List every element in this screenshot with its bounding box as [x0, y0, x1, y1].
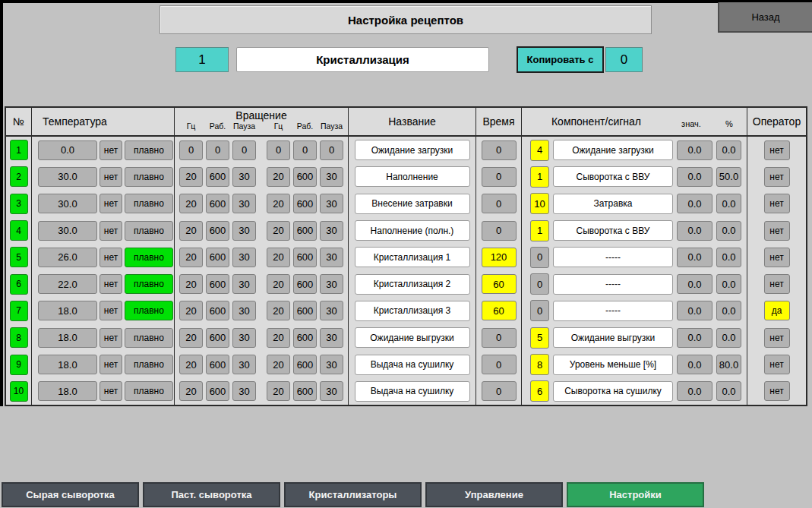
rotation-value[interactable]: 0	[267, 140, 290, 160]
component-percent[interactable]: 50.0	[716, 167, 741, 187]
component-name-field[interactable]: -----	[553, 247, 673, 267]
rotation-value[interactable]: 20	[267, 248, 290, 267]
operator-toggle[interactable]: нет	[764, 355, 790, 374]
rotation-value[interactable]: 600	[293, 301, 317, 320]
rotation-value[interactable]: 30	[320, 381, 343, 401]
step-name-field[interactable]: Выдача на сушилку	[355, 381, 470, 402]
time-value[interactable]: 0	[482, 221, 517, 241]
step-name-field[interactable]: Наполнение (полн.)	[355, 220, 470, 241]
temperature-smooth-toggle[interactable]: плавно	[125, 248, 173, 267]
rotation-value[interactable]: 600	[293, 274, 317, 294]
rotation-value[interactable]: 30	[320, 221, 343, 241]
component-number[interactable]: 5	[530, 327, 549, 349]
rotation-value[interactable]: 600	[206, 248, 229, 267]
rotation-value[interactable]: 20	[179, 381, 203, 401]
operator-toggle[interactable]: нет	[764, 274, 790, 294]
temperature-smooth-toggle[interactable]: плавно	[125, 167, 173, 187]
component-number[interactable]: 4	[530, 140, 549, 161]
component-value[interactable]: 0.0	[677, 221, 712, 241]
temperature-no-toggle[interactable]: нет	[100, 221, 122, 241]
step-name-field[interactable]: Кристаллизация 1	[355, 247, 470, 267]
temperature-value[interactable]: 30.0	[38, 167, 97, 187]
nav-button-5[interactable]: Настройки	[567, 482, 704, 507]
temperature-no-toggle[interactable]: нет	[100, 355, 122, 374]
operator-toggle[interactable]: нет	[764, 248, 790, 267]
rotation-value[interactable]: 30	[232, 221, 256, 241]
rotation-value[interactable]: 20	[267, 194, 290, 213]
nav-button-3[interactable]: Кристаллизаторы	[284, 482, 422, 507]
component-number[interactable]: 6	[530, 380, 549, 402]
nav-button-4[interactable]: Управление	[425, 482, 563, 507]
component-name-field[interactable]: Сыворотка с ВВУ	[553, 166, 673, 187]
rotation-value[interactable]: 30	[320, 301, 343, 320]
rotation-value[interactable]: 600	[293, 355, 317, 374]
component-percent[interactable]: 0.0	[716, 194, 741, 213]
component-number[interactable]: 1	[530, 166, 549, 188]
rotation-value[interactable]: 0	[179, 140, 203, 160]
rotation-value[interactable]: 600	[293, 194, 317, 213]
component-value[interactable]: 0.0	[677, 274, 712, 294]
component-percent[interactable]: 0.0	[716, 274, 741, 294]
rotation-value[interactable]: 600	[293, 221, 317, 241]
rotation-value[interactable]: 30	[320, 274, 343, 294]
component-name-field[interactable]: Уровень меньше [%]	[553, 355, 673, 375]
temperature-value[interactable]: 18.0	[38, 301, 97, 320]
time-value[interactable]: 0	[482, 355, 517, 374]
rotation-value[interactable]: 0	[320, 140, 343, 160]
temperature-no-toggle[interactable]: нет	[100, 301, 122, 320]
rotation-value[interactable]: 30	[320, 355, 343, 374]
component-percent[interactable]: 0.0	[716, 328, 741, 348]
rotation-value[interactable]: 30	[232, 381, 256, 401]
time-value[interactable]: 60	[482, 301, 517, 320]
temperature-no-toggle[interactable]: нет	[100, 167, 122, 187]
rotation-value[interactable]: 600	[206, 194, 229, 213]
temperature-no-toggle[interactable]: нет	[100, 381, 122, 401]
rotation-value[interactable]: 0	[293, 140, 317, 160]
temperature-no-toggle[interactable]: нет	[100, 274, 122, 294]
rotation-value[interactable]: 30	[232, 355, 256, 374]
step-name-field[interactable]: Кристаллизация 3	[355, 301, 470, 321]
copy-from-button[interactable]: Копировать с	[517, 46, 604, 73]
temperature-value[interactable]: 18.0	[38, 355, 97, 374]
component-number[interactable]: 10	[530, 193, 549, 214]
step-name-field[interactable]: Наполнение	[355, 166, 470, 187]
step-name-field[interactable]: Ожидание загрузки	[355, 140, 470, 160]
rotation-value[interactable]: 20	[179, 167, 203, 187]
rotation-value[interactable]: 0	[232, 140, 256, 160]
rotation-value[interactable]: 30	[320, 194, 343, 213]
operator-toggle[interactable]: нет	[764, 140, 790, 160]
copy-source-field[interactable]: 0	[605, 47, 643, 72]
component-percent[interactable]: 0.0	[716, 248, 741, 267]
rotation-value[interactable]: 30	[232, 194, 256, 213]
operator-toggle[interactable]: нет	[764, 221, 790, 241]
component-name-field[interactable]: -----	[553, 301, 673, 321]
component-name-field[interactable]: Ожидание выгрузки	[553, 327, 673, 348]
component-name-field[interactable]: -----	[553, 274, 673, 295]
rotation-value[interactable]: 600	[293, 167, 317, 187]
temperature-no-toggle[interactable]: нет	[100, 248, 122, 267]
temperature-value[interactable]: 0.0	[38, 140, 97, 160]
rotation-value[interactable]: 20	[179, 328, 203, 348]
component-percent[interactable]: 80.0	[716, 355, 741, 374]
rotation-value[interactable]: 30	[320, 328, 343, 348]
temperature-value[interactable]: 18.0	[38, 328, 97, 348]
component-name-field[interactable]: Ожидание загрузки	[553, 140, 673, 160]
rotation-value[interactable]: 600	[293, 381, 317, 401]
rotation-value[interactable]: 600	[206, 381, 229, 401]
rotation-value[interactable]: 30	[232, 328, 256, 348]
rotation-value[interactable]: 20	[179, 274, 203, 294]
component-value[interactable]: 0.0	[677, 328, 712, 348]
component-percent[interactable]: 0.0	[716, 140, 741, 160]
recipe-name-field[interactable]: Кристаллизация	[236, 47, 489, 72]
step-name-field[interactable]: Выдача на сушилку	[355, 355, 470, 375]
component-number[interactable]: 0	[530, 273, 549, 295]
rotation-value[interactable]: 30	[232, 167, 256, 187]
rotation-value[interactable]: 600	[206, 167, 229, 187]
rotation-value[interactable]: 20	[179, 221, 203, 241]
operator-toggle[interactable]: нет	[764, 194, 790, 213]
time-value[interactable]: 0	[482, 381, 517, 401]
rotation-value[interactable]: 20	[267, 328, 290, 348]
back-button[interactable]: Назад	[718, 2, 812, 33]
rotation-value[interactable]: 0	[206, 140, 229, 160]
component-percent[interactable]: 0.0	[716, 221, 741, 241]
